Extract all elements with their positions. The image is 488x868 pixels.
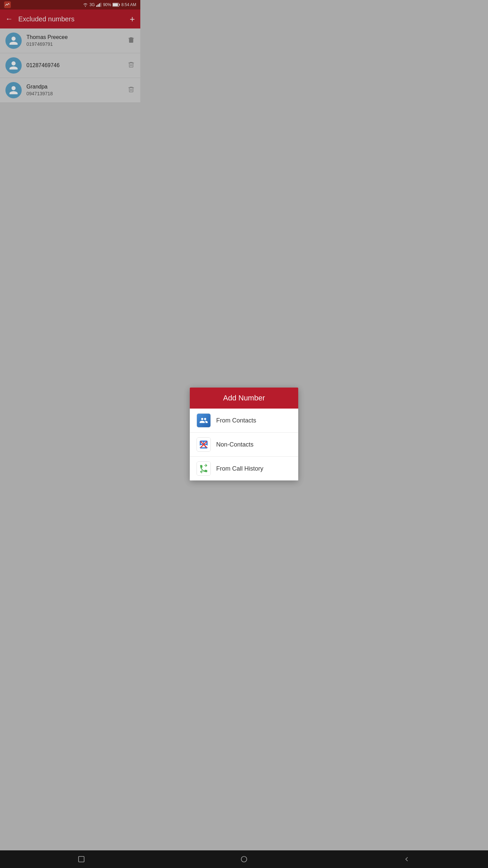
modal-overlay[interactable]: [0, 0, 140, 250]
